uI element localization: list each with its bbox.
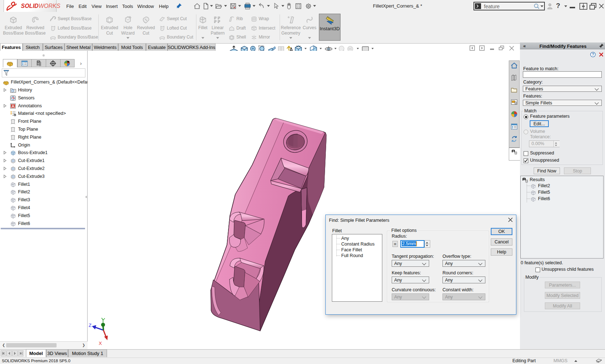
- svg-text:Z: Z: [89, 323, 92, 328]
- svg-text:?: ?: [592, 53, 594, 57]
- svg-text:X: X: [99, 341, 102, 346]
